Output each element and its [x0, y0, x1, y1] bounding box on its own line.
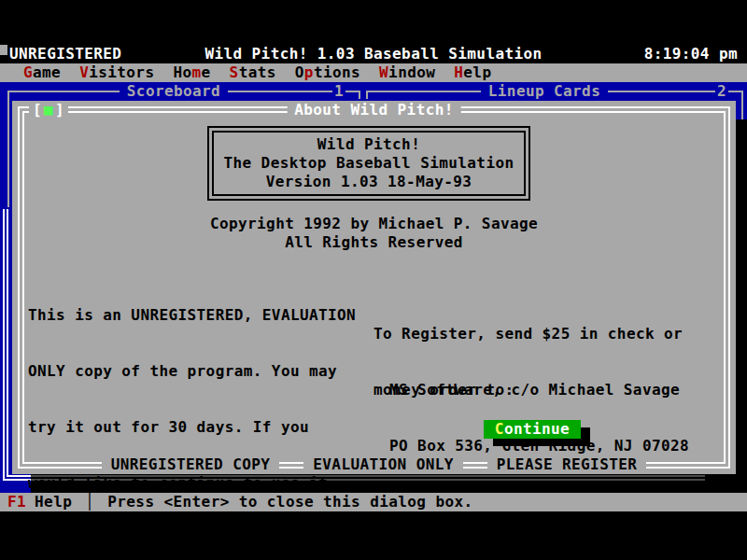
- window-number: 2: [715, 82, 728, 101]
- window-corner: [353, 91, 360, 99]
- menu-hotkey: W: [379, 63, 388, 81]
- f1-help-shortcut[interactable]: F1: [7, 493, 26, 511]
- window-number: 1: [332, 82, 345, 101]
- window-border-line: [7, 99, 9, 207]
- menu-text: tats: [239, 63, 276, 81]
- register-line: To Register, send $25 in check or: [374, 325, 683, 343]
- menu-item-options[interactable]: Options: [286, 63, 370, 82]
- footer-label: UNREGISTERED COPY: [102, 455, 280, 474]
- dialog-title: About Wild Pitch!: [287, 101, 461, 119]
- window-border-line: [345, 91, 353, 92]
- menu-text: Ho: [173, 63, 191, 81]
- window-border-line: [3, 209, 5, 481]
- menu-hotkey: p: [304, 63, 314, 81]
- bracket: [: [33, 101, 42, 119]
- menu-item-window[interactable]: Window: [370, 63, 444, 82]
- status-bar: F1 Help │ Press <Enter> to close this di…: [0, 493, 747, 511]
- menubar: Game Visitors Home Stats Options Window …: [0, 63, 747, 82]
- body-line: This is an UNREGISTERED, EVALUATION: [28, 306, 374, 325]
- menu-item-home[interactable]: Home: [163, 63, 219, 82]
- f1-help-label[interactable]: Help: [35, 493, 72, 511]
- window-border-line: [608, 91, 715, 92]
- mouse-cursor: [0, 45, 7, 55]
- menu-text: indow: [388, 63, 435, 81]
- bracket: ]: [55, 101, 64, 119]
- about-dialog: [■] About Wild Pitch! Wild Pitch! The De…: [12, 101, 736, 474]
- copyright-block: Copyright 1992 by Michael P. Savage All …: [12, 215, 736, 252]
- program-info-box: Wild Pitch! The Desktop Baseball Simulat…: [207, 126, 530, 201]
- footer-label: EVALUATION ONLY: [303, 455, 463, 474]
- window-border-line: [374, 91, 481, 92]
- copyright-line: Copyright 1992 by Michael P. Savage: [12, 215, 736, 233]
- window-border-line: [15, 91, 120, 92]
- window-scoreboard[interactable]: Scoreboard 1: [7, 82, 360, 101]
- window-title-scoreboard: Scoreboard: [120, 82, 228, 101]
- menu-hotkey: H: [454, 63, 463, 81]
- menu-hotkey: V: [79, 63, 89, 81]
- footer-border-gap: [463, 455, 487, 474]
- footer-border-gap: [279, 455, 303, 474]
- menu-text: isitors: [89, 63, 154, 81]
- menu-text: tions: [314, 63, 360, 81]
- dialog-footer: UNREGISTERED COPY EVALUATION ONLY PLEASE…: [12, 455, 736, 474]
- window-border-line: [728, 91, 736, 92]
- window-border-line: [228, 91, 332, 92]
- menu-hotkey: S: [230, 63, 239, 81]
- button-label: ontinue: [504, 420, 570, 439]
- titlebar: UNREGISTERED Wild Pitch! 1.03 Baseball S…: [0, 45, 747, 63]
- menu-text: O: [295, 63, 304, 81]
- menu-text: elp: [463, 63, 491, 81]
- window-corner: [366, 91, 374, 99]
- menu-item-help[interactable]: Help: [444, 63, 500, 82]
- close-icon: ■: [42, 101, 55, 119]
- menu-item-game[interactable]: Game: [14, 63, 70, 82]
- body-line: ONLY copy of the program. You may: [28, 362, 374, 381]
- menu-item-visitors[interactable]: Visitors: [70, 63, 163, 82]
- window-title-lineup-cards: Lineup Cards: [481, 82, 608, 101]
- menu-hotkey: G: [23, 63, 33, 81]
- menu-text: e: [202, 63, 211, 81]
- rights-line: All Rights Reserved: [12, 233, 736, 252]
- clock: 8:19:04 pm: [644, 45, 738, 63]
- dos-screen: UNREGISTERED Wild Pitch! 1.03 Baseball S…: [0, 45, 747, 511]
- menu-hotkey: m: [192, 63, 202, 81]
- status-message: Press <Enter> to close this dialog box.: [107, 493, 472, 511]
- body-line: try it out for 30 days. If you: [28, 418, 374, 437]
- window-border-line: [741, 99, 743, 119]
- menu-text: ame: [33, 63, 61, 81]
- close-button[interactable]: [■]: [29, 101, 68, 119]
- window-border-line: [3, 479, 31, 481]
- program-name: Wild Pitch!: [317, 135, 420, 154]
- window-corner: [736, 91, 743, 99]
- evaluation-text: This is an UNREGISTERED, EVALUATION ONLY…: [28, 269, 374, 511]
- program-version: Version 1.03 18-May-93: [266, 173, 472, 191]
- continue-button[interactable]: Continue: [484, 420, 581, 439]
- window-corner: [7, 91, 15, 99]
- program-subtitle: The Desktop Baseball Simulation: [223, 154, 514, 173]
- menu-item-stats[interactable]: Stats: [220, 63, 286, 82]
- status-separator: │: [85, 493, 94, 511]
- footer-label: PLEASE REGISTER: [487, 455, 647, 474]
- button-hotkey: C: [495, 420, 504, 439]
- address-line: MS Software, c/o Michael Savage: [389, 381, 689, 399]
- window-border-line: [7, 209, 8, 477]
- body-line: would like to continue to use it,: [28, 474, 374, 493]
- window-lineup-cards[interactable]: Lineup Cards 2: [366, 82, 743, 101]
- app-title: Wild Pitch! 1.03 Baseball Simulation: [0, 45, 747, 63]
